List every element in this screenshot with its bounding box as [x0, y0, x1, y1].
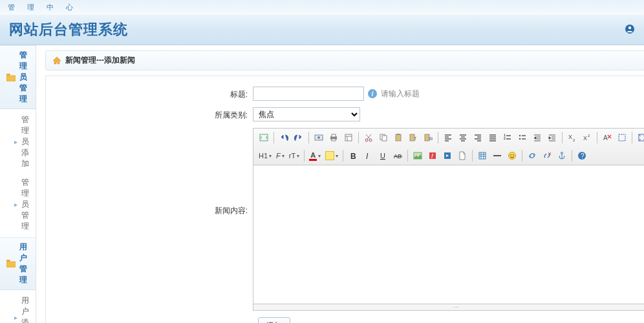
category-select[interactable]: 焦点 [253, 107, 360, 121]
about-icon[interactable]: ? [575, 149, 588, 162]
svg-point-45 [510, 154, 511, 156]
svg-text:?: ? [581, 152, 585, 160]
unlink-icon[interactable] [541, 149, 553, 162]
italic-icon[interactable]: I [361, 149, 374, 162]
editor-toolbar: TW12X2X2AH1▾F▾rT▾A▾▾BIUABCf? [253, 129, 644, 165]
toolbar-separator [407, 150, 408, 162]
svg-point-11 [365, 139, 368, 141]
indent-icon[interactable] [531, 131, 544, 144]
home-icon [52, 56, 61, 65]
font-family-dropdown[interactable]: F▾ [275, 152, 286, 160]
link-icon[interactable] [526, 149, 539, 162]
svg-text:W: W [429, 136, 433, 141]
font-size-dropdown[interactable]: rT▾ [288, 152, 301, 160]
paste-text-icon[interactable]: T [407, 131, 420, 144]
image-icon[interactable] [411, 149, 424, 162]
toolbar-separator [343, 150, 343, 162]
heading-dropdown[interactable]: H1▾ [257, 152, 273, 160]
menu-title: 用户管理 [19, 242, 29, 286]
font-color-dropdown[interactable]: A▾ [308, 151, 322, 161]
anchor-icon[interactable] [555, 149, 568, 162]
svg-rect-14 [382, 136, 387, 141]
svg-point-23 [519, 135, 521, 136]
underline-icon[interactable]: U [376, 149, 389, 162]
editor-resize-handle[interactable]: ⋯ [253, 304, 644, 310]
rich-text-editor: TW12X2X2AH1▾F▾rT▾A▾▾BIUABCf? ⋯ [253, 128, 644, 311]
undo-icon[interactable] [277, 131, 290, 144]
editor-body[interactable] [253, 165, 644, 304]
breadcrumb-text: 新闻管理---添加新闻 [65, 55, 135, 66]
sidebar-item-0-1[interactable]: 管理员管理 [0, 173, 36, 236]
menu-header-1[interactable]: 用户管理 [0, 237, 36, 290]
list-ol-icon[interactable]: 12 [501, 131, 514, 144]
paste-word-icon[interactable]: W [422, 131, 435, 144]
toolbar-separator [308, 132, 309, 143]
media-icon[interactable] [441, 149, 454, 162]
source-icon[interactable] [257, 131, 270, 144]
svg-rect-6 [332, 134, 336, 137]
header-user-icon[interactable] [625, 24, 635, 36]
superscript-icon[interactable]: X2 [581, 131, 594, 144]
svg-point-38 [416, 154, 418, 156]
select-all-icon[interactable] [616, 131, 628, 144]
svg-point-4 [317, 136, 320, 139]
main-content: 新闻管理---添加新闻 标题: i 请输入标题 所属类别: 焦点 [36, 45, 644, 323]
svg-rect-42 [479, 152, 486, 159]
svg-rect-7 [332, 139, 336, 141]
list-ul-icon[interactable] [516, 131, 529, 144]
menu-title: 管理员管理 [19, 50, 29, 105]
copy-icon[interactable] [377, 131, 390, 144]
svg-rect-15 [396, 134, 401, 141]
content-label: 新闻内容: [46, 128, 253, 216]
svg-text:X: X [568, 134, 572, 140]
fullscreen-icon[interactable] [636, 131, 644, 144]
submit-button[interactable]: 添加 [258, 317, 290, 323]
sidebar-item-1-0[interactable]: 用户添加 [0, 291, 36, 323]
svg-rect-8 [345, 134, 352, 141]
preview-icon[interactable] [312, 131, 325, 144]
print-icon[interactable] [327, 131, 340, 144]
header-bar: 网站后台管理系统 [0, 15, 644, 45]
toolbar-separator [438, 132, 438, 143]
toolbar-separator [472, 150, 473, 162]
subscript-icon[interactable]: X2 [566, 131, 579, 144]
table-icon[interactable] [476, 149, 489, 162]
toolbar-separator [274, 132, 274, 143]
svg-text:I: I [366, 152, 369, 160]
hr-icon[interactable] [491, 149, 504, 162]
cut-icon[interactable] [362, 131, 375, 144]
svg-rect-16 [397, 134, 400, 135]
menu-header-0[interactable]: 管理员管理 [0, 45, 36, 109]
svg-text:A: A [603, 134, 608, 141]
toolbar-separator [572, 150, 572, 162]
breadcrumb: 新闻管理---添加新闻 [45, 50, 644, 70]
justify-right-icon[interactable] [471, 131, 484, 144]
hilite-dropdown[interactable]: ▾ [324, 151, 339, 160]
svg-point-1 [628, 26, 631, 28]
svg-text:2: 2 [573, 138, 575, 142]
emoticon-icon[interactable] [506, 149, 519, 162]
header-top: 管 理 中 心 [0, 0, 644, 15]
title-label: 标题: [46, 87, 253, 100]
template-icon[interactable] [342, 131, 355, 144]
strike-icon[interactable]: ABC [391, 149, 404, 162]
info-icon: i [368, 89, 377, 98]
justify-full-icon[interactable] [486, 131, 499, 144]
clear-format-icon[interactable]: A [601, 131, 614, 144]
paste-icon[interactable] [392, 131, 405, 144]
sidebar-item-0-0[interactable]: 管理员添加 [0, 110, 36, 173]
folder-icon [6, 74, 16, 81]
sidebar: 管理员管理管理员添加管理员管理用户管理用户添加用户管理新闻管理新闻类别添加新闻类… [0, 45, 36, 323]
redo-icon[interactable] [292, 131, 305, 144]
justify-center-icon[interactable] [456, 131, 469, 144]
flash-icon[interactable]: f [426, 149, 439, 162]
svg-rect-2 [260, 134, 268, 141]
file-icon[interactable] [456, 149, 469, 162]
title-input[interactable] [253, 87, 364, 101]
bold-icon[interactable]: B [347, 149, 360, 162]
justify-left-icon[interactable] [442, 131, 455, 144]
svg-text:X: X [583, 135, 587, 141]
svg-text:U: U [380, 152, 385, 160]
outdent-icon[interactable] [546, 131, 559, 144]
toolbar-separator [562, 132, 563, 143]
